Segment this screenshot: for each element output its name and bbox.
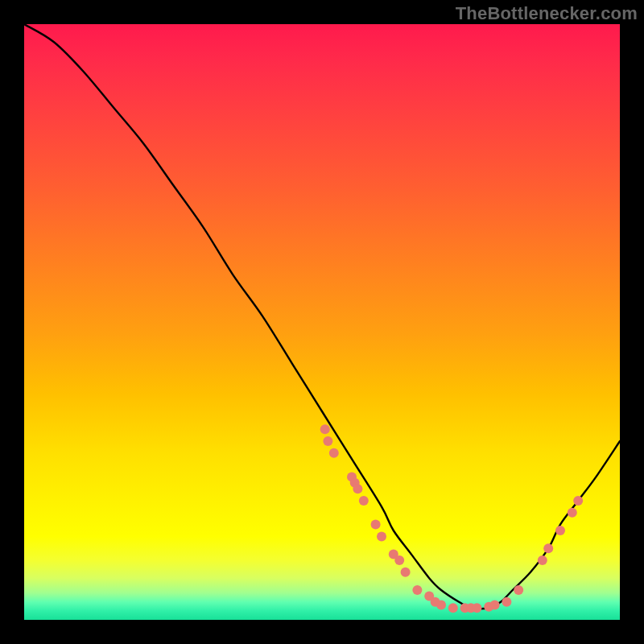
curve-marker	[555, 526, 565, 535]
curve-marker	[543, 543, 553, 553]
curve-markers	[320, 424, 584, 613]
bottleneck-curve	[24, 24, 620, 609]
curve-marker	[502, 597, 511, 607]
curve-layer	[24, 24, 620, 620]
curve-marker	[448, 603, 458, 613]
chart-stage: TheBottlenecker.com	[0, 0, 644, 644]
plot-area	[24, 24, 620, 620]
curve-marker	[490, 601, 500, 610]
curve-marker	[472, 603, 481, 613]
attribution-label: TheBottlenecker.com	[456, 3, 638, 24]
curve-marker	[353, 484, 362, 493]
curve-marker	[377, 531, 386, 541]
curve-marker	[359, 496, 369, 506]
curve-marker	[573, 496, 583, 506]
curve-marker	[394, 555, 404, 565]
curve-marker	[412, 585, 422, 595]
curve-marker	[323, 436, 332, 446]
curve-marker	[401, 568, 411, 577]
curve-marker	[329, 448, 339, 458]
curve-marker	[371, 520, 381, 530]
curve-marker	[514, 585, 523, 595]
curve-marker	[568, 508, 577, 518]
curve-marker	[320, 424, 330, 434]
curve-marker	[538, 555, 547, 565]
curve-marker	[436, 601, 446, 610]
